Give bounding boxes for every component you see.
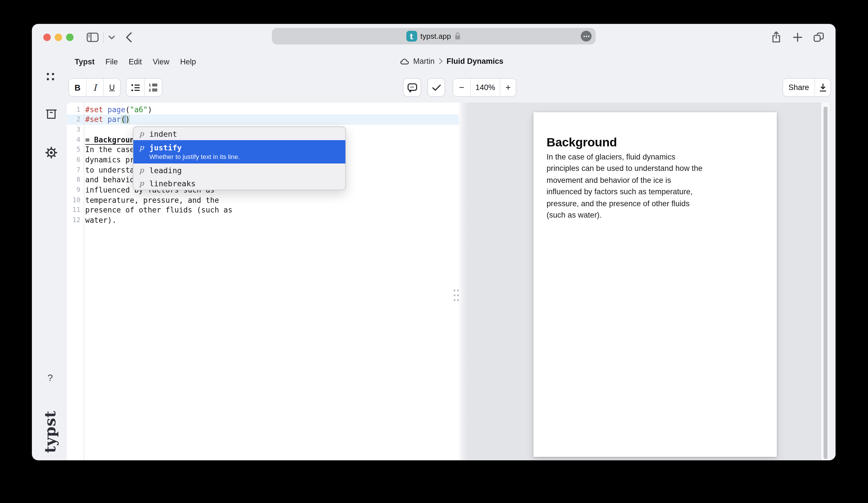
numbered-list-icon: 1 2 <box>149 83 158 92</box>
pane-resize-handle[interactable] <box>453 289 460 303</box>
code-line-10[interactable]: 10temperature, pressure, and the <box>67 195 459 205</box>
menu-help[interactable]: Help <box>180 57 196 66</box>
autocomplete-item-linebreaks[interactable]: plinebreaks <box>133 177 345 190</box>
template-box-icon[interactable] <box>45 109 57 119</box>
menu-edit[interactable]: Edit <box>129 57 142 66</box>
breadcrumb-document-title[interactable]: Fluid Dynamics <box>446 57 504 65</box>
screen: t typst.app <box>0 0 868 503</box>
back-icon[interactable] <box>125 32 132 43</box>
document-text-line: (such as water). <box>547 210 702 221</box>
svg-text:2: 2 <box>149 88 151 92</box>
browser-titlebar: t typst.app <box>32 24 836 51</box>
breadcrumb-project[interactable]: Martin <box>413 57 435 65</box>
line-number: 10 <box>67 195 80 205</box>
preview-edge-strip <box>829 103 836 460</box>
download-icon <box>818 83 827 92</box>
document-text-line: movement and behavior of the ice is <box>547 175 702 186</box>
menu-file[interactable]: File <box>105 57 118 66</box>
fullscreen-window-button[interactable] <box>66 34 73 41</box>
preview-page: Background In the case of glaciers, flui… <box>534 112 777 457</box>
zoom-control-group: − 140% + <box>453 78 516 97</box>
document-text-line: principles can be used to understand how… <box>547 163 702 175</box>
menu-view[interactable]: View <box>153 57 169 66</box>
autocomplete-label: indent <box>149 128 177 139</box>
ellipsis-icon <box>583 35 590 37</box>
parameter-icon: p <box>139 165 144 175</box>
code-line-11[interactable]: 11presence of other fluids (such as <box>67 205 459 215</box>
bullet-list-icon <box>131 83 140 92</box>
page-settings-button[interactable] <box>581 31 592 42</box>
preview-pane: Background In the case of glaciers, flui… <box>468 103 821 460</box>
comment-bubble-icon <box>407 82 417 93</box>
url-text: typst.app <box>420 32 451 40</box>
zoom-out-button[interactable]: − <box>453 78 470 96</box>
code-line-1[interactable]: 1#set page("a6") <box>67 105 459 115</box>
preview-scrollbar-thumb[interactable] <box>823 106 827 459</box>
share-button[interactable]: Share <box>783 78 814 96</box>
code-text: water). <box>80 215 116 225</box>
menu-typst[interactable]: Typst <box>75 57 95 66</box>
autocomplete-item-justify[interactable]: pjustifyWhether to justify text in its l… <box>133 140 345 164</box>
numbered-list-button[interactable]: 1 2 <box>144 78 162 96</box>
underline-button[interactable]: U <box>103 78 120 96</box>
typst-favicon: t <box>406 31 417 42</box>
bullet-list-button[interactable] <box>126 78 144 96</box>
pane-divider <box>459 103 468 460</box>
gutter-separator <box>83 103 84 460</box>
address-bar[interactable]: t typst.app <box>272 28 596 44</box>
document-paragraph: In the case of glaciers, fluid dynamicsp… <box>547 151 702 221</box>
typst-logo[interactable]: typst <box>32 418 71 446</box>
comments-button[interactable] <box>403 78 421 97</box>
compile-status-button[interactable] <box>427 78 445 97</box>
breadcrumb[interactable]: Martin Fluid Dynamics <box>400 57 504 65</box>
bold-button[interactable]: B <box>69 78 86 96</box>
line-number: 5 <box>67 145 80 155</box>
cloud-icon <box>400 58 409 65</box>
safari-window: t typst.app <box>32 24 836 460</box>
parameter-icon: p <box>139 178 144 188</box>
code-line-2[interactable]: 2#set par() <box>67 115 459 125</box>
autocomplete-description: Whether to justify text in its line. <box>149 153 240 161</box>
italic-button[interactable]: I <box>86 78 103 96</box>
download-button[interactable] <box>814 78 830 96</box>
code-text <box>80 125 85 135</box>
toolbar-divider <box>103 32 104 43</box>
svg-text:1: 1 <box>149 83 151 87</box>
zoom-in-button[interactable]: + <box>500 78 516 96</box>
settings-gear-icon[interactable] <box>45 146 58 159</box>
line-number: 3 <box>67 125 80 135</box>
sidebar-toggle-icon[interactable] <box>87 32 99 42</box>
autocomplete-label: leading <box>149 165 182 175</box>
line-number: 6 <box>67 155 80 165</box>
document-heading: Background <box>547 135 617 149</box>
code-line-12[interactable]: 12water). <box>67 215 459 225</box>
code-text: #set page("a6") <box>80 105 152 115</box>
checkmark-icon <box>432 84 441 91</box>
document-text-line: In the case of glaciers, fluid dynamics <box>547 151 702 163</box>
autocomplete-label: justify <box>149 142 240 153</box>
help-button[interactable]: ? <box>45 373 55 384</box>
autocomplete-label: linebreaks <box>149 178 196 188</box>
line-number: 9 <box>67 185 80 195</box>
document-text-line: pressure, and the presence of other flui… <box>547 198 702 210</box>
line-number: 2 <box>67 115 80 125</box>
share-group: Share <box>783 78 831 97</box>
autocomplete-item-indent[interactable]: pindent <box>133 127 345 140</box>
line-number: 4 <box>67 135 80 145</box>
minimize-window-button[interactable] <box>55 34 62 41</box>
files-grid-icon[interactable] <box>45 72 55 82</box>
new-tab-icon[interactable] <box>793 32 803 42</box>
tab-overview-icon[interactable] <box>813 32 824 42</box>
line-number: 12 <box>67 215 80 225</box>
chevron-down-icon[interactable] <box>108 35 115 40</box>
line-number: 8 <box>67 175 80 185</box>
share-page-icon[interactable] <box>771 31 781 43</box>
autocomplete-dropdown: pindentpjustifyWhether to justify text i… <box>133 126 346 190</box>
close-window-button[interactable] <box>43 34 50 41</box>
typst-wordmark: typst <box>42 411 59 453</box>
parameter-icon: p <box>139 142 144 153</box>
code-text: #set par() <box>80 115 130 125</box>
zoom-level[interactable]: 140% <box>470 78 500 96</box>
autocomplete-item-leading[interactable]: pleading <box>133 164 345 177</box>
lock-icon <box>455 32 461 40</box>
